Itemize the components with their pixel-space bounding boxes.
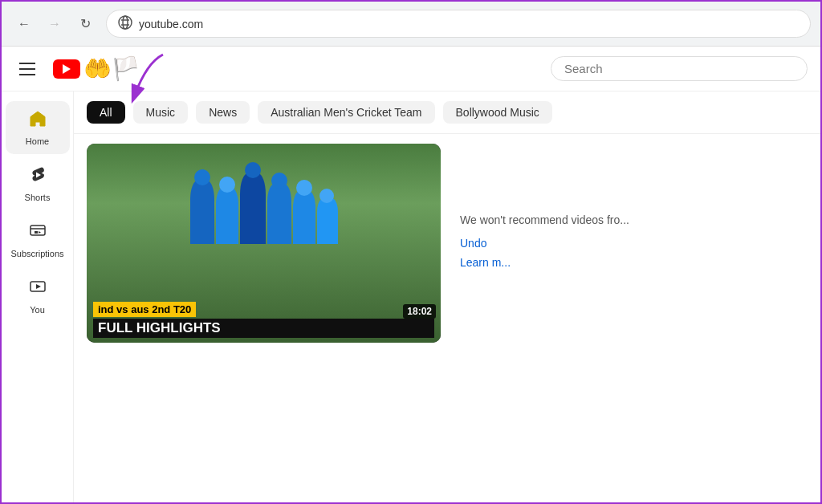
home-label: Home	[26, 136, 49, 146]
nav-buttons: ← → ↻	[11, 11, 98, 37]
overlay-line1: ind vs aus 2nd T20	[93, 302, 196, 317]
hamburger-line	[19, 63, 35, 64]
notification-text: We won't recommend videos fro...	[460, 212, 795, 229]
yt-logo[interactable]: 🤲🏳️	[53, 58, 140, 80]
subscriptions-icon	[28, 222, 47, 246]
home-icon	[28, 109, 47, 133]
refresh-button[interactable]: ↻	[72, 11, 98, 37]
sidebar: Home Shorts	[2, 91, 74, 504]
sidebar-item-you[interactable]: You	[6, 270, 70, 323]
shorts-label: Shorts	[25, 193, 51, 202]
video-grid: ind vs aus 2nd T20 FULL HIGHLIGHTS 18:02…	[74, 134, 820, 352]
hamburger-button[interactable]	[14, 58, 40, 80]
site-controls-icon	[118, 15, 132, 32]
svg-marker-8	[39, 231, 41, 234]
overlay-text: ind vs aus 2nd T20 FULL HIGHLIGHTS	[87, 297, 441, 343]
chip-bollywood[interactable]: Bollywood Music	[443, 101, 552, 124]
video-card-main[interactable]: ind vs aus 2nd T20 FULL HIGHLIGHTS 18:02	[87, 144, 447, 343]
url-text: youtube.com	[139, 18, 203, 30]
yt-play-icon	[53, 59, 80, 79]
svg-point-0	[119, 16, 132, 29]
forward-button[interactable]: →	[42, 11, 67, 37]
undo-link[interactable]: Undo	[460, 237, 795, 250]
yt-header: 🤲🏳️	[2, 47, 820, 91]
chip-australian-cricket[interactable]: Australian Men's Cricket Team	[258, 101, 434, 124]
duration-badge: 18:02	[403, 304, 436, 319]
video-thumbnail: ind vs aus 2nd T20 FULL HIGHLIGHTS 18:02	[87, 144, 441, 343]
sidebar-item-subscriptions[interactable]: Subscriptions	[6, 213, 70, 266]
overlay-line2: FULL HIGHLIGHTS	[93, 319, 434, 338]
learn-more-link[interactable]: Learn m...	[460, 256, 795, 269]
search-bar[interactable]	[551, 56, 808, 81]
search-input[interactable]	[564, 62, 794, 75]
chip-all[interactable]: All	[87, 101, 125, 124]
svg-rect-7	[35, 231, 38, 234]
notification-card: We won't recommend videos fro... Undo Le…	[447, 144, 808, 343]
content-area: All Music News Australian Men's Cricket …	[74, 91, 820, 504]
shorts-icon	[28, 165, 47, 189]
yt-main: Home Shorts	[2, 91, 820, 504]
you-icon	[28, 278, 47, 302]
filter-chips: All Music News Australian Men's Cricket …	[74, 91, 820, 134]
address-bar[interactable]: youtube.com	[106, 10, 811, 38]
subscriptions-label: Subscriptions	[10, 249, 63, 258]
sidebar-item-home[interactable]: Home	[6, 101, 70, 154]
hamburger-line	[19, 68, 35, 70]
chip-news[interactable]: News	[196, 101, 250, 124]
chip-music[interactable]: Music	[133, 101, 189, 124]
you-label: You	[30, 305, 45, 315]
svg-rect-5	[31, 226, 45, 235]
youtube-app: 🤲🏳️ Home	[2, 47, 820, 504]
sidebar-item-shorts[interactable]: Shorts	[6, 157, 70, 210]
back-button[interactable]: ←	[11, 11, 37, 37]
browser-chrome: ← → ↻ youtube.com	[2, 2, 820, 47]
svg-point-3	[123, 16, 128, 29]
svg-marker-10	[36, 284, 41, 289]
hamburger-line	[19, 74, 35, 75]
yt-logo-celebration: 🤲🏳️	[83, 58, 140, 80]
